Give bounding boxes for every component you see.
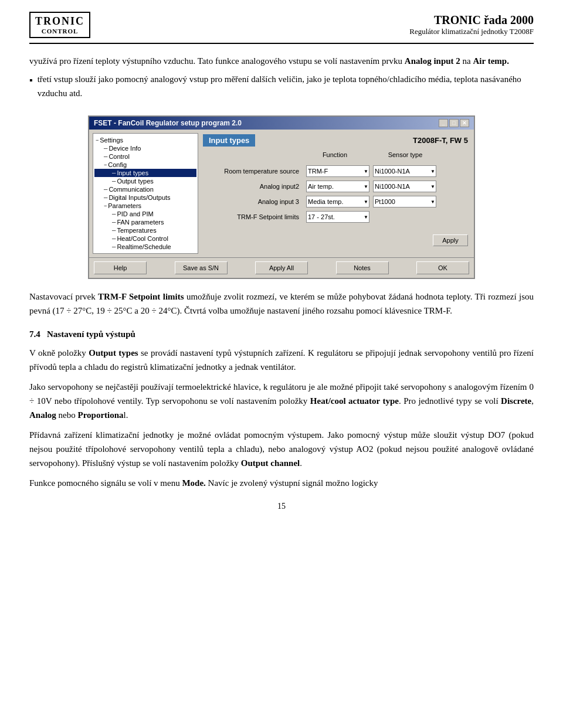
tree-item-heatcool[interactable]: ─ Heat/Cool Control: [94, 234, 196, 243]
intro-para-1: využívá pro řízení teploty výstupního vz…: [29, 55, 534, 68]
dialog-body: − Settings ─ Device Info ─ Control − Con…: [89, 130, 474, 257]
tree-label: PID and PIM: [117, 210, 153, 217]
function-select-2[interactable]: Air temp. Off Media temp.: [306, 181, 369, 192]
function-select-wrapper-1: TRM-F AI1 AI2: [306, 165, 369, 177]
tree-item-control[interactable]: ─ Control: [94, 152, 196, 161]
function-select-wrapper-2: Air temp. Off Media temp.: [306, 181, 369, 192]
tree-item-temperatures[interactable]: ─ Temperatures: [94, 226, 196, 234]
tree-dash-icon: ─: [112, 178, 116, 184]
function-select-wrapper-3: Media temp. Off Air temp.: [306, 196, 369, 207]
logo: TRONIC CONTROL: [29, 12, 90, 38]
panel-header: Input types T2008F-T, FW 5: [201, 133, 470, 148]
col-sensor: Sensor type: [373, 151, 437, 158]
sensor-select-wrapper-2: Ni1000-N1A Pt1000 Ni1000: [373, 181, 436, 192]
tree-dash-icon: ─: [112, 170, 116, 176]
tree-item-pidpim[interactable]: ─ PID and PIM: [94, 210, 196, 218]
panel-fw: T2008F-T, FW 5: [413, 136, 468, 145]
tree-item-settings[interactable]: − Settings: [94, 136, 196, 144]
doc-title: TRONIC řada 2000: [409, 13, 534, 27]
row-room-temp: Room temperature source TRM-F AI1 AI2 Ni…: [203, 165, 468, 177]
function-select-wrapper-4: 17 - 27st. 19 - 25st. 20 - 24st.: [306, 211, 369, 223]
bullet-text-1: třetí vstup slouží jako pomocný analogov…: [38, 73, 534, 100]
doc-subtitle: Regulátor klimatizační jednotky T2008F: [409, 27, 534, 36]
tree-dash-icon: ─: [112, 211, 116, 217]
tree-expand-icon: −: [104, 162, 107, 168]
function-select-3[interactable]: Media temp. Off Air temp.: [306, 196, 369, 207]
column-headers: Function Sensor type: [303, 151, 470, 158]
tree-item-fanparams[interactable]: ─ FAN parameters: [94, 218, 196, 226]
tree-label: Realtime/Schedule: [117, 243, 171, 250]
logo-bottom: CONTROL: [42, 28, 79, 35]
close-button[interactable]: ✕: [460, 119, 469, 127]
tree-item-deviceinfo[interactable]: ─ Device Info: [94, 144, 196, 152]
function-select-1[interactable]: TRM-F AI1 AI2: [306, 165, 369, 177]
input-types-area: Room temperature source TRM-F AI1 AI2 Ni…: [201, 162, 470, 230]
tree-item-communication[interactable]: ─ Communication: [94, 185, 196, 193]
sensor-select-wrapper-3: Pt1000 Ni1000-N1A Ni1000: [373, 196, 436, 207]
tree-dash-icon: ─: [112, 227, 116, 233]
notes-button[interactable]: Notes: [336, 261, 389, 274]
dialog-window: FSET - FanCoil Regulator setup program 2…: [88, 115, 475, 279]
right-panel: Input types T2008F-T, FW 5 Function Sens…: [201, 133, 470, 254]
logo-top: TRONIC: [35, 15, 84, 28]
tree-label: Config: [108, 161, 127, 168]
row-analog3: Analog input 3 Media temp. Off Air temp.…: [203, 196, 468, 207]
function-select-4[interactable]: 17 - 27st. 19 - 25st. 20 - 24st.: [306, 211, 369, 223]
sensor-select-3[interactable]: Pt1000 Ni1000-N1A Ni1000: [373, 196, 436, 207]
dialog-bottom-bar: Help Save as S/N Apply All Notes OK: [89, 257, 474, 278]
tree-dash-icon: ─: [112, 244, 116, 250]
tree-item-parameters[interactable]: − Parameters: [94, 202, 196, 210]
page-header: TRONIC CONTROL TRONIC řada 2000 Reguláto…: [29, 12, 534, 44]
tree-dash-icon: ─: [104, 154, 107, 159]
dialog-wrapper: FSET - FanCoil Regulator setup program 2…: [88, 115, 475, 279]
row-analog2: Analog input2 Air temp. Off Media temp. …: [203, 181, 468, 192]
tree-label: Heat/Cool Control: [117, 235, 168, 242]
col-function: Function: [303, 151, 367, 158]
tree-label: Output types: [117, 178, 153, 185]
tree-item-outputtypes[interactable]: ─ Output types: [94, 177, 196, 185]
tree-dash-icon: ─: [112, 219, 116, 225]
maximize-button[interactable]: □: [449, 119, 459, 127]
tree-label: Temperatures: [117, 227, 156, 234]
tree-label: Communication: [108, 186, 153, 193]
ok-button[interactable]: OK: [416, 261, 469, 274]
panel-title: Input types: [203, 134, 255, 147]
row-label-1: Room temperature source: [203, 168, 303, 175]
intro-text: využívá pro řízení teploty výstupního vz…: [29, 55, 534, 105]
tree-item-digitalio[interactable]: ─ Digital Inputs/Outputs: [94, 193, 196, 202]
bullet-item-1: ▪ třetí vstup slouží jako pomocný analog…: [29, 73, 534, 105]
section-para-4: Funkce pomocného signálu se volí v menu …: [29, 476, 534, 490]
apply-button[interactable]: Apply: [433, 234, 468, 246]
row-label-3: Analog input 3: [203, 198, 303, 205]
sensor-select-1[interactable]: Ni1000-N1A Pt1000 Ni1000: [373, 165, 436, 177]
tree-label: Parameters: [108, 202, 141, 209]
help-button[interactable]: Help: [94, 261, 147, 274]
save-as-sn-button[interactable]: Save as S/N: [175, 261, 228, 274]
main-content: Nastavovací prvek TRM-F Setpoint limits …: [29, 290, 534, 490]
tree-label: Settings: [100, 137, 123, 144]
tree-label: Digital Inputs/Outputs: [108, 194, 170, 201]
sensor-select-2[interactable]: Ni1000-N1A Pt1000 Ni1000: [373, 181, 436, 192]
section-title: 7.4 Nastavení typů výstupů: [29, 327, 534, 341]
tree-dash-icon: ─: [104, 195, 107, 200]
section-para-2: Jako servopohony se nejčastěji používají…: [29, 380, 534, 422]
titlebar-buttons: _ □ ✕: [439, 119, 469, 127]
tree-label: Control: [108, 153, 129, 160]
tree-label: Device Info: [108, 145, 141, 152]
tree-dash-icon: ─: [104, 186, 107, 192]
tree-item-inputtypes[interactable]: ─ Input types: [94, 169, 196, 177]
apply-all-button[interactable]: Apply All: [255, 261, 308, 274]
row-label-2: Analog input2: [203, 183, 303, 190]
main-para-1: Nastavovací prvek TRM-F Setpoint limits …: [29, 290, 534, 318]
section-para-1: V okně položky Output types se provádí n…: [29, 346, 534, 374]
tree-panel: − Settings ─ Device Info ─ Control − Con…: [93, 133, 198, 254]
tree-expand-icon: −: [104, 203, 107, 209]
minimize-button[interactable]: _: [439, 119, 448, 127]
row-label-4: TRM-F Setpoint limits: [203, 213, 303, 220]
page-number: 15: [29, 502, 534, 511]
tree-item-realtime[interactable]: ─ Realtime/Schedule: [94, 243, 196, 251]
tree-label: Input types: [117, 169, 148, 176]
tree-dash-icon: ─: [112, 236, 116, 241]
tree-item-config[interactable]: − Config: [94, 161, 196, 169]
tree-dash-icon: ─: [104, 145, 107, 151]
